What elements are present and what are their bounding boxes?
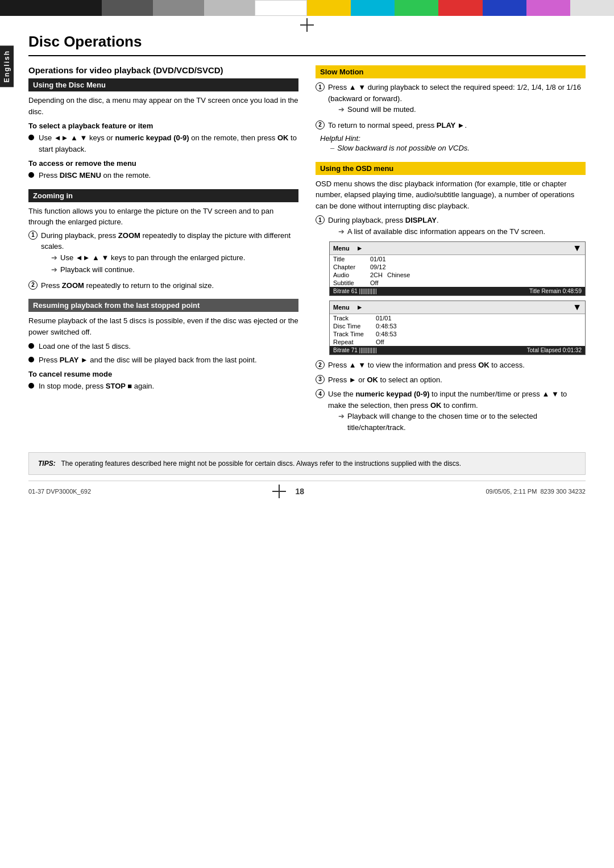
bar-yellow bbox=[307, 0, 351, 16]
arrow-icon2: ➔ bbox=[51, 264, 57, 276]
bar-white bbox=[255, 0, 307, 16]
access-menu-bullet: Press DISC MENU on the remote. bbox=[28, 170, 298, 181]
zoom-step1: 1 During playback, press ZOOM repeatedly… bbox=[28, 230, 298, 277]
menu2-row-tracktime: Track Time 0:48:53 bbox=[330, 330, 585, 338]
crosshair-top-icon bbox=[300, 18, 314, 32]
bar-blue bbox=[483, 0, 526, 16]
osd-step3-num: 3 bbox=[316, 375, 325, 384]
menu2-value-repeat: Off bbox=[376, 339, 384, 345]
helpful-hint: Helpful Hint: – Slow backward is not pos… bbox=[320, 134, 586, 154]
resuming-header: Resuming playback from the last stopped … bbox=[28, 299, 298, 312]
resuming-bullet1-text: Load one of the last 5 discs. bbox=[39, 341, 131, 352]
bullet-circle-icon bbox=[28, 135, 34, 140]
bar-cyan bbox=[351, 0, 395, 16]
bar-red bbox=[438, 0, 482, 16]
menu2-title: Menu bbox=[333, 304, 350, 311]
bar-gray2 bbox=[153, 0, 204, 16]
slow-step1: 1 Press ▲ ▼ during playback to select th… bbox=[316, 82, 586, 116]
menu2-value-disctime: 0:48:53 bbox=[376, 323, 397, 329]
top-color-bar bbox=[0, 0, 614, 16]
footer-left: 01-37 DVP3000K_692 bbox=[28, 488, 91, 495]
menu2-label-tracktime: Track Time bbox=[333, 331, 376, 337]
arrow-icon6: ➔ bbox=[338, 411, 345, 422]
zoom-step1-arrow1-text: Use ◄► ▲ ▼ keys to pan through the enlar… bbox=[60, 252, 245, 264]
menu1-footer-left: Bitrate 61 |||||||||||| bbox=[333, 288, 377, 294]
menu1-title: Menu bbox=[333, 245, 350, 252]
slow-step1-text: Press ▲ ▼ during playback to select the … bbox=[328, 83, 581, 103]
arrow-icon5: ➔ bbox=[338, 226, 345, 237]
disc-menu-intro: Depending on the disc, a menu may appear… bbox=[28, 95, 298, 117]
menu2-footer-right: Total Elapsed 0:01:32 bbox=[527, 347, 582, 353]
hint-arrow: – Slow backward is not possible on VCDs. bbox=[330, 143, 586, 154]
arrow-icon1: ➔ bbox=[51, 252, 57, 264]
bullet-circle-icon4 bbox=[28, 357, 34, 362]
resuming-intro: Resume playback of the last 5 discs is p… bbox=[28, 315, 298, 337]
osd-menu2-wrap: Menu ► ▼ Track 01/01 Disc Time 0:48:53 T… bbox=[329, 301, 586, 355]
bar-gray1 bbox=[102, 0, 153, 16]
slow-step1-arrow: ➔ Sound will be muted. bbox=[338, 104, 586, 115]
slow-step2-text: To return to normal speed, press PLAY ►. bbox=[328, 120, 467, 131]
osd-step2-num: 2 bbox=[316, 360, 325, 369]
zoom-step2-num: 2 bbox=[28, 281, 38, 290]
cancel-resume-text: In stop mode, press STOP ■ again. bbox=[39, 381, 154, 392]
osd-step4: 4 Use the numeric keypad (0-9) to input … bbox=[316, 389, 586, 434]
crosshair-bottom-icon bbox=[272, 485, 286, 498]
resuming-bullet1: Load one of the last 5 discs. bbox=[28, 341, 298, 352]
menu1-label-title: Title bbox=[333, 256, 370, 262]
osd-header: Using the OSD menu bbox=[316, 162, 586, 175]
select-feature-bullet: Use ◄► ▲ ▼ keys or numeric keypad (0-9) … bbox=[28, 132, 298, 155]
menu1-value-audio: 2CH bbox=[370, 272, 383, 278]
select-feature-label: To select a playback feature or item bbox=[28, 122, 298, 130]
menu2-label-repeat: Repeat bbox=[333, 339, 376, 345]
menu1-footer-right: Title Remain 0:48:59 bbox=[529, 288, 582, 294]
zoom-step1-num: 1 bbox=[28, 231, 38, 240]
slow-step2: 2 To return to normal speed, press PLAY … bbox=[316, 120, 586, 131]
bullet-circle-icon3 bbox=[28, 343, 34, 349]
menu2-row-track: Track 01/01 bbox=[330, 314, 585, 322]
menu1-value-audio-extra: Chinese bbox=[387, 272, 410, 278]
osd-intro: OSD menu shows the disc playback informa… bbox=[316, 178, 586, 212]
menu1-row-audio: Audio 2CH Chinese bbox=[330, 271, 585, 279]
menu1-row-title: Title 01/01 bbox=[330, 255, 585, 263]
osd-step4-text: Use the numeric keypad (0-9) to input th… bbox=[328, 390, 567, 410]
arrow-icon3: ➔ bbox=[338, 104, 345, 115]
zoom-step1-arrow2-text: Playback will continue. bbox=[60, 264, 135, 276]
osd-step4-num: 4 bbox=[316, 389, 325, 398]
slow-step1-num: 1 bbox=[316, 82, 325, 91]
disc-menu-header: Using the Disc Menu bbox=[28, 78, 298, 91]
tips-box: TIPS: The operating features described h… bbox=[28, 452, 586, 475]
osd-step1: 1 During playback, press DISPLAY. ➔ A li… bbox=[316, 215, 586, 238]
arrow-icon4: – bbox=[330, 143, 334, 154]
hint-text: Slow backward is not possible on VCDs. bbox=[337, 143, 470, 154]
select-feature-text: Use ◄► ▲ ▼ keys or numeric keypad (0-9) … bbox=[39, 132, 298, 155]
osd-step3-text: Press ► or OK to select an option. bbox=[328, 374, 442, 386]
bar-magenta bbox=[526, 0, 570, 16]
menu1-row-subtitle: Subtitle Off bbox=[330, 279, 585, 287]
zoom-step1-arrow2: ➔ Playback will continue. bbox=[51, 264, 298, 276]
zooming-header: Zooming in bbox=[28, 189, 298, 202]
menu1-footer: Bitrate 61 |||||||||||| Title Remain 0:4… bbox=[330, 287, 585, 295]
zoom-step2-text: Press ZOOM repeatedly to return to the o… bbox=[41, 280, 214, 291]
menu1-row-chapter: Chapter 09/12 bbox=[330, 263, 585, 271]
osd-step4-arrow: ➔ Playback will change to the chosen tim… bbox=[338, 411, 586, 433]
access-menu-label: To access or remove the menu bbox=[28, 159, 298, 168]
cancel-resume-label: To cancel resume mode bbox=[28, 370, 298, 378]
bar-green bbox=[395, 0, 438, 16]
menu2-footer-left: Bitrate 71 |||||||||||| bbox=[333, 347, 377, 353]
slow-step1-arrow-text: Sound will be muted. bbox=[347, 104, 416, 115]
menu2-scroll-icon: ▼ bbox=[572, 302, 582, 312]
zoom-step1-text: During playback, press ZOOM repeatedly t… bbox=[41, 231, 291, 251]
osd-step2-text: Press ▲ ▼ to view the information and pr… bbox=[328, 360, 525, 371]
tips-text: The operating features described here mi… bbox=[61, 460, 461, 468]
menu2-value-track: 01/01 bbox=[376, 315, 392, 322]
access-menu-text: Press DISC MENU on the remote. bbox=[39, 170, 151, 181]
menu1-label-audio: Audio bbox=[333, 272, 370, 278]
zoom-step2: 2 Press ZOOM repeatedly to return to the… bbox=[28, 280, 298, 291]
page-footer: 01-37 DVP3000K_692 18 09/05/05, 2:11 PM … bbox=[28, 481, 586, 498]
osd-menu-section: Using the OSD menu OSD menu shows the di… bbox=[316, 162, 586, 435]
menu1-label-chapter: Chapter bbox=[333, 264, 370, 270]
resuming-bullet2-text: Press PLAY ► and the disc will be played… bbox=[39, 354, 257, 366]
footer-page-num: 18 bbox=[295, 487, 304, 496]
tips-label: TIPS: bbox=[38, 460, 56, 468]
helpful-hint-label: Helpful Hint: bbox=[320, 134, 360, 143]
